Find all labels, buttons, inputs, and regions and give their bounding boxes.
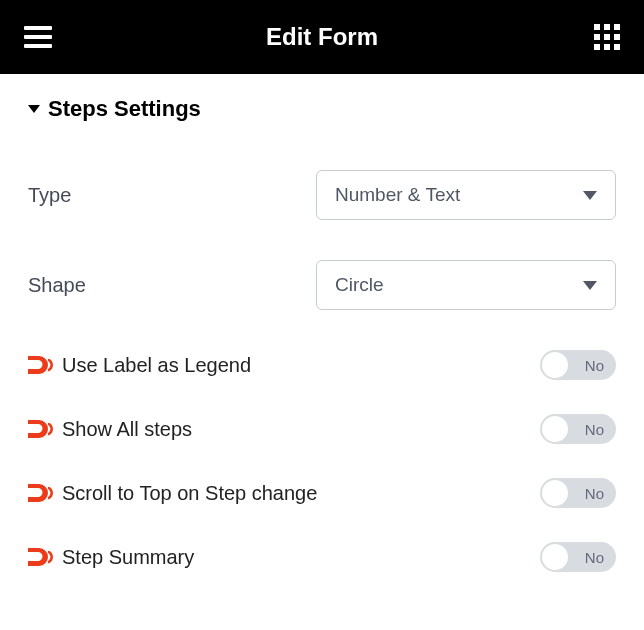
toggle-label: Step Summary <box>62 544 194 570</box>
dino-icon <box>28 354 56 376</box>
toggle-row-use-label-as-legend: Use Label as Legend No <box>28 350 616 380</box>
toggle-row-step-summary: Step Summary No <box>28 542 616 572</box>
page-title: Edit Form <box>266 23 378 51</box>
caret-down-icon <box>28 105 40 113</box>
select-value-shape: Circle <box>335 274 384 296</box>
field-label-shape: Shape <box>28 274 86 297</box>
toggle-label: Show All steps <box>62 416 192 442</box>
toggle-knob <box>542 416 568 442</box>
dino-icon <box>28 418 56 440</box>
toggle-step-summary[interactable]: No <box>540 542 616 572</box>
apps-grid-icon[interactable] <box>594 24 620 50</box>
toggle-value: No <box>585 549 604 566</box>
chevron-down-icon <box>583 281 597 290</box>
toggle-value: No <box>585 421 604 438</box>
select-value-type: Number & Text <box>335 184 460 206</box>
toggle-knob <box>542 544 568 570</box>
field-label-type: Type <box>28 184 71 207</box>
toggle-knob <box>542 352 568 378</box>
toggle-value: No <box>585 485 604 502</box>
toggle-knob <box>542 480 568 506</box>
dino-icon <box>28 482 56 504</box>
select-shape[interactable]: Circle <box>316 260 616 310</box>
content-area: Steps Settings Type Number & Text Shape … <box>0 74 644 628</box>
select-type[interactable]: Number & Text <box>316 170 616 220</box>
toggle-use-label-as-legend[interactable]: No <box>540 350 616 380</box>
toggle-row-scroll-to-top: Scroll to Top on Step change No <box>28 478 616 508</box>
toggle-scroll-to-top[interactable]: No <box>540 478 616 508</box>
chevron-down-icon <box>583 191 597 200</box>
toggle-value: No <box>585 357 604 374</box>
menu-icon[interactable] <box>24 26 54 48</box>
header-bar: Edit Form <box>0 0 644 74</box>
toggle-label: Scroll to Top on Step change <box>62 480 317 506</box>
section-header-steps-settings[interactable]: Steps Settings <box>28 96 616 122</box>
toggle-show-all-steps[interactable]: No <box>540 414 616 444</box>
dino-icon <box>28 546 56 568</box>
toggle-label: Use Label as Legend <box>62 352 251 378</box>
field-row-shape: Shape Circle <box>28 260 616 310</box>
section-title: Steps Settings <box>48 96 201 122</box>
field-row-type: Type Number & Text <box>28 170 616 220</box>
toggle-row-show-all-steps: Show All steps No <box>28 414 616 444</box>
